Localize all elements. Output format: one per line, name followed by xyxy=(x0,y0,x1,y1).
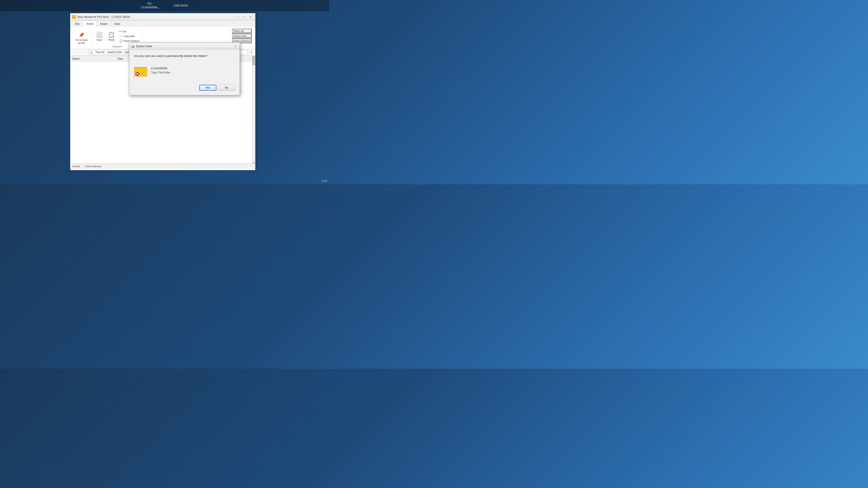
yes-button[interactable]: Yes xyxy=(199,85,216,91)
no-button[interactable]: No xyxy=(218,85,235,91)
folder-warning-icon: 🗂 xyxy=(131,44,134,48)
dialog-close-button[interactable]: × xyxy=(233,44,238,49)
dialog-title-bar: 🗂 Delete Folder × xyxy=(129,43,240,50)
folder-icon-wrapper xyxy=(134,64,147,77)
dialog-folder-info: CUSA00556 Type: File folder xyxy=(134,61,235,79)
dialog-overlay: 🗂 Delete Folder × Are you sure you want … xyxy=(70,13,255,169)
folder-delete-icon xyxy=(134,64,147,77)
taskbar-item-usr[interactable]: USR-DATA xyxy=(174,4,188,8)
dialog-title: Delete Folder xyxy=(136,45,233,48)
dialog-icon: 🗂 xyxy=(131,44,135,48)
taskbar-item-eu[interactable]: EU - CUSA00556... xyxy=(141,2,160,9)
dialog-buttons: Yes No xyxy=(134,83,235,91)
main-window: W Save Wizard for PS4 MAX - 1.0.6510.364… xyxy=(70,13,255,169)
bottom-right-logo: XVG xyxy=(322,180,327,183)
folder-type: Type: File folder xyxy=(151,71,170,74)
taskbar-top: EU - CUSA00556... USR-DATA xyxy=(0,0,329,11)
delete-folder-dialog: 🗂 Delete Folder × Are you sure you want … xyxy=(129,43,240,95)
dialog-question: Are you sure you want to permanently del… xyxy=(134,54,235,58)
folder-name: CUSA00556 xyxy=(151,67,170,70)
folder-details: CUSA00556 Type: File folder xyxy=(151,67,170,74)
dialog-body: Are you sure you want to permanently del… xyxy=(129,50,240,95)
